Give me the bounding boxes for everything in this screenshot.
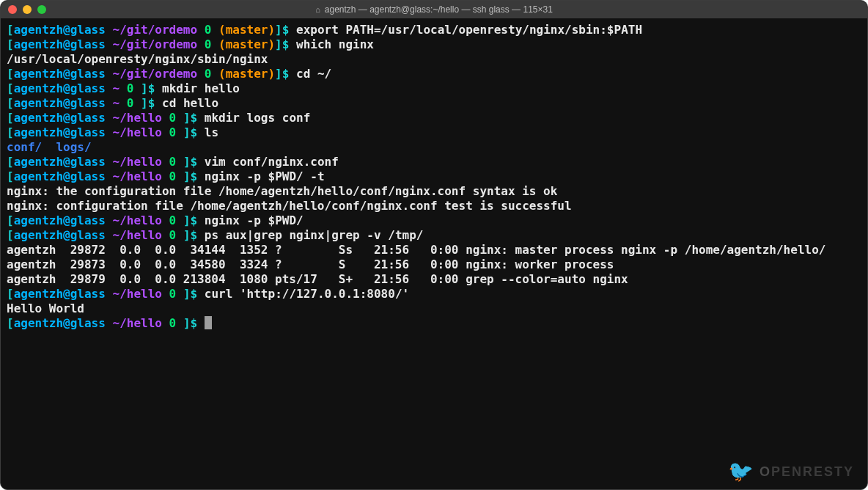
output-line: nginx: the configuration file /home/agen… <box>7 184 861 199</box>
dir-entry: logs/ <box>56 140 91 154</box>
user-host: agentzh@glass <box>14 23 106 37</box>
prompt-line: [agentzh@glass ~/hello 0 ]$ <box>7 316 861 331</box>
output-line: agentzh 29879 0.0 0.0 213804 1080 pts/17… <box>7 272 861 287</box>
prompt-line: [agentzh@glass ~/hello 0 ]$ nginx -p $PW… <box>7 213 861 228</box>
watermark-text: OPENRESTY <box>760 464 854 480</box>
command: which nginx <box>296 37 374 51</box>
prompt-line: [agentzh@glass ~/git/ordemo 0 (master)]$… <box>7 37 861 52</box>
command: ls <box>205 125 218 139</box>
bracket: [ <box>7 23 14 37</box>
command: vim conf/nginx.conf <box>205 155 339 169</box>
minimize-icon[interactable] <box>23 5 32 14</box>
branch: (master) <box>218 23 275 37</box>
prompt-line: [agentzh@glass ~/hello 0 ]$ mkdir logs c… <box>7 111 861 125</box>
command: cd ~/ <box>296 67 331 81</box>
command: export PATH=/usr/local/openresty/nginx/s… <box>296 23 642 37</box>
output-line: conf/ logs/ <box>7 140 861 155</box>
command: mkdir logs conf <box>205 111 311 125</box>
bracket: ] <box>275 23 282 37</box>
command: mkdir hello <box>162 81 240 95</box>
exit-code: 0 <box>205 23 212 37</box>
command: nginx -p $PWD/ <box>205 213 304 227</box>
prompt-line: [agentzh@glass ~/hello 0 ]$ nginx -p $PW… <box>7 169 861 184</box>
output-line: agentzh 29873 0.0 0.0 34580 3324 ? S 21:… <box>7 257 861 272</box>
prompt-sign: $ <box>282 23 290 37</box>
cwd: ~/git/ordemo <box>113 23 198 37</box>
maximize-icon[interactable] <box>37 5 46 14</box>
prompt-line: [agentzh@glass ~/git/ordemo 0 (master)]$… <box>7 67 861 81</box>
terminal-body[interactable]: [agentzh@glass ~/git/ordemo 0 (master)]$… <box>1 18 867 337</box>
output-line: Hello World <box>7 301 861 316</box>
command: curl 'http://127.0.0.1:8080/' <box>205 287 409 301</box>
output-line: nginx: configuration file /home/agentzh/… <box>7 199 861 213</box>
titlebar: ⌂ agentzh — agentzh@glass:~/hello — ssh … <box>1 1 867 18</box>
home-icon: ⌂ <box>315 5 320 14</box>
traffic-lights <box>8 5 46 14</box>
cursor[interactable] <box>205 316 212 329</box>
window-title: ⌂ agentzh — agentzh@glass:~/hello — ssh … <box>1 4 867 15</box>
prompt-line: [agentzh@glass ~/hello 0 ]$ vim conf/ngi… <box>7 155 861 169</box>
close-icon[interactable] <box>8 5 17 14</box>
prompt-line: [agentzh@glass ~/git/ordemo 0 (master)]$… <box>7 23 861 37</box>
prompt-line: [agentzh@glass ~/hello 0 ]$ curl 'http:/… <box>7 287 861 301</box>
output-line: /usr/local/openresty/nginx/sbin/nginx <box>7 52 861 67</box>
output-line: agentzh 29872 0.0 0.0 34144 1352 ? Ss 21… <box>7 243 861 257</box>
prompt-line: [agentzh@glass ~ 0 ]$ cd hello <box>7 96 861 111</box>
bird-icon: 🐦 <box>728 461 755 482</box>
prompt-line: [agentzh@glass ~/hello 0 ]$ ls <box>7 125 861 140</box>
command: nginx -p $PWD/ -t <box>205 169 325 183</box>
command: ps aux|grep nginx|grep -v /tmp/ <box>205 228 424 242</box>
prompt-line: [agentzh@glass ~/hello 0 ]$ ps aux|grep … <box>7 228 861 243</box>
command: cd hello <box>162 96 218 110</box>
terminal-window: ⌂ agentzh — agentzh@glass:~/hello — ssh … <box>0 0 868 490</box>
dir-entry: conf/ <box>7 140 42 154</box>
window-title-text: agentzh — agentzh@glass:~/hello — ssh gl… <box>325 4 553 15</box>
prompt-line: [agentzh@glass ~ 0 ]$ mkdir hello <box>7 81 861 96</box>
watermark: 🐦 OPENRESTY <box>728 461 854 482</box>
